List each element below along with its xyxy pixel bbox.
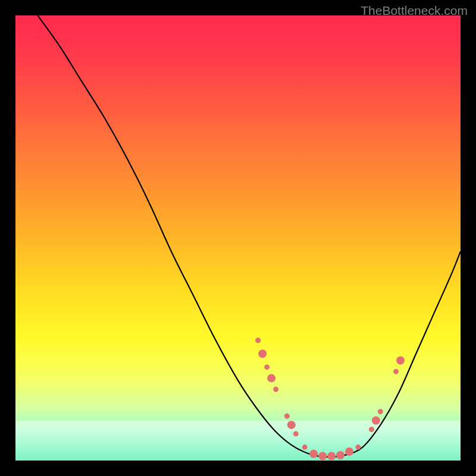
data-point-marker — [393, 369, 399, 374]
data-point-marker — [255, 338, 261, 343]
highlight-band — [15, 421, 461, 461]
bottleneck-curve-line — [37, 15, 461, 457]
chart-plot-area — [15, 15, 461, 461]
data-point-marker — [284, 414, 290, 419]
data-point-marker — [273, 387, 278, 392]
data-point-marker — [293, 431, 299, 437]
data-point-marker — [258, 349, 267, 358]
data-point-marker — [369, 427, 374, 432]
data-point-marker — [318, 452, 327, 461]
data-point-marker — [396, 356, 405, 365]
data-point-marker — [345, 447, 353, 456]
data-point-marker — [378, 409, 383, 414]
data-point-marker — [309, 450, 318, 458]
data-point-marker — [264, 364, 270, 369]
watermark-text: TheBottleneck.com — [361, 4, 468, 18]
data-point-marker — [327, 452, 336, 461]
data-point-marker — [302, 444, 308, 450]
data-point-marker — [267, 374, 275, 383]
data-point-marker — [336, 451, 345, 459]
data-point-marker — [372, 416, 380, 425]
data-point-marker — [287, 421, 296, 429]
chart-svg — [15, 15, 461, 461]
data-point-marker — [355, 444, 361, 450]
